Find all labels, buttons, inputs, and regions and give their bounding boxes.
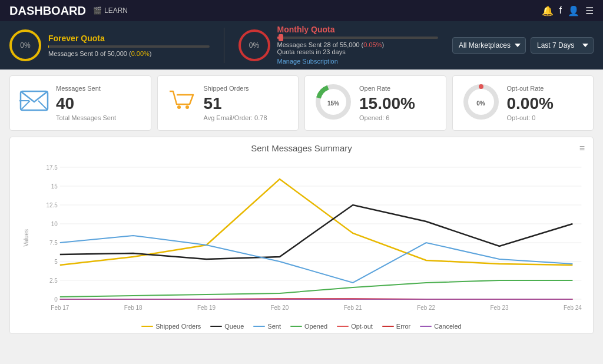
legend-optout: Opt-out xyxy=(337,323,373,330)
open-rate-title: Open Rate xyxy=(359,85,415,92)
svg-text:Feb 20: Feb 20 xyxy=(270,305,289,311)
svg-text:Feb 23: Feb 23 xyxy=(490,305,508,311)
quota-filters: All Marketplaces Amazon US Amazon UK eBa… xyxy=(452,37,594,54)
chart-title: Sent Messages Summary xyxy=(251,143,352,153)
forever-quota-title: Forever Quota xyxy=(48,34,210,43)
chart-area: 0 2.5 5 7.5 10 12.5 15 17.5 Feb 17 Feb 1… xyxy=(37,155,587,320)
messages-sent-sublabel: Total Messages Sent xyxy=(56,114,116,121)
svg-text:17.5: 17.5 xyxy=(46,164,58,171)
legend-label-queue: Queue xyxy=(224,323,244,330)
forever-quota-section: 0% Forever Quota Messages Sent 0 of 50,0… xyxy=(9,29,210,61)
legend-dot-canceled xyxy=(420,326,432,327)
header: DASHBOARD 🎬 LEARN 🔔 f 👤 ☰ xyxy=(0,0,603,21)
messages-sent-number: 40 xyxy=(56,94,116,113)
bell-icon[interactable]: 🔔 xyxy=(542,5,554,16)
svg-line-2 xyxy=(38,101,48,110)
quota-bar: 0% Forever Quota Messages Sent 0 of 50,0… xyxy=(0,21,603,70)
legend-dot-sent xyxy=(253,326,265,327)
queue-line xyxy=(60,205,573,259)
video-icon: 🎬 xyxy=(93,6,102,15)
manage-subscription-link[interactable]: Manage Subscription xyxy=(277,58,338,65)
svg-text:2.5: 2.5 xyxy=(49,277,58,284)
messages-sent-card: Messages Sent 40 Total Messages Sent xyxy=(9,75,151,131)
forever-quota-bar xyxy=(48,45,210,48)
optout-rate-donut-label: 0% xyxy=(476,100,485,107)
optout-rate-number: 0.00% xyxy=(507,94,554,113)
svg-point-11 xyxy=(479,84,483,89)
svg-text:Feb 18: Feb 18 xyxy=(124,305,142,311)
svg-text:5: 5 xyxy=(54,259,58,265)
chart-header: Sent Messages Summary ≡ xyxy=(16,143,587,153)
chart-menu-icon[interactable]: ≡ xyxy=(579,143,585,154)
optout-rate-card: 0% Opt-out Rate 0.00% Opt-out: 0 xyxy=(452,75,594,131)
monthly-quota-resets: Quota resets in 23 days xyxy=(277,48,439,55)
chart-legend: Shipped Orders Queue Sent Opened Opt-out… xyxy=(16,323,587,330)
days-filter[interactable]: Last 7 Days Last 14 Days Last 30 Days xyxy=(531,37,594,54)
optout-rate-info: Opt-out Rate 0.00% Opt-out: 0 xyxy=(507,85,554,121)
legend-label-opened: Opened xyxy=(304,323,327,330)
optout-rate-donut: 0% xyxy=(462,83,500,123)
legend-shipped-orders: Shipped Orders xyxy=(141,323,201,330)
user-icon[interactable]: 👤 xyxy=(568,5,579,16)
chart-section: Sent Messages Summary ≡ Values 0 2.5 5 7 xyxy=(9,137,594,334)
open-rate-card: 15% Open Rate 15.00% Opened: 6 xyxy=(304,75,446,131)
legend-label-optout: Opt-out xyxy=(351,323,373,330)
svg-text:12.5: 12.5 xyxy=(46,202,58,209)
legend-dot-optout xyxy=(337,326,349,327)
legend-opened: Opened xyxy=(290,323,327,330)
optout-rate-title: Opt-out Rate xyxy=(507,85,554,92)
open-rate-sublabel: Opened: 6 xyxy=(359,114,415,121)
svg-point-5 xyxy=(177,105,181,109)
svg-text:Feb 22: Feb 22 xyxy=(417,305,435,311)
opened-line xyxy=(60,280,573,297)
open-rate-info: Open Rate 15.00% Opened: 6 xyxy=(359,85,415,121)
monthly-quota-bar xyxy=(277,37,439,39)
monthly-quota-info: Monthly Quota Messages Sent 28 of 55,000… xyxy=(277,25,439,66)
mail-icon xyxy=(19,90,49,117)
chart-svg: 0 2.5 5 7.5 10 12.5 15 17.5 Feb 17 Feb 1… xyxy=(37,155,587,320)
messages-sent-title: Messages Sent xyxy=(56,85,116,92)
marketplace-filter[interactable]: All Marketplaces Amazon US Amazon UK eBa… xyxy=(452,37,526,54)
legend-label-sent: Sent xyxy=(267,323,281,330)
forever-quota-percent: 0% xyxy=(20,41,30,49)
messages-sent-info: Messages Sent 40 Total Messages Sent xyxy=(56,85,116,121)
shipped-orders-number: 51 xyxy=(204,94,267,113)
legend-canceled: Canceled xyxy=(420,323,461,330)
svg-text:Feb 24: Feb 24 xyxy=(564,305,582,311)
shipped-orders-sublabel: Avg Email/Order: 0.78 xyxy=(204,114,267,121)
header-icons: 🔔 f 👤 ☰ xyxy=(542,5,594,16)
dashboard-title: DASHBOARD xyxy=(9,4,86,18)
forever-quota-fill xyxy=(48,45,49,48)
legend-queue: Queue xyxy=(210,323,244,330)
legend-sent: Sent xyxy=(253,323,281,330)
legend-error: Error xyxy=(382,323,410,330)
legend-dot-error xyxy=(382,326,394,327)
shipped-orders-card: Shipped Orders 51 Avg Email/Order: 0.78 xyxy=(157,75,299,131)
facebook-icon[interactable]: f xyxy=(559,5,562,16)
menu-icon[interactable]: ☰ xyxy=(585,5,594,16)
shipped-orders-line xyxy=(60,179,573,265)
svg-text:7.5: 7.5 xyxy=(49,240,58,246)
cart-icon xyxy=(167,88,197,119)
monthly-quota-title: Monthly Quota xyxy=(277,25,439,34)
legend-label-shipped: Shipped Orders xyxy=(155,323,201,330)
svg-text:10: 10 xyxy=(51,221,58,227)
monthly-quota-text: Messages Sent 28 of 55,000 (0.05%) xyxy=(277,41,439,48)
legend-dot-shipped xyxy=(141,326,153,327)
open-rate-donut: 15% xyxy=(314,83,352,123)
svg-point-6 xyxy=(185,105,189,109)
open-rate-donut-label: 15% xyxy=(327,100,339,107)
forever-quota-info: Forever Quota Messages Sent 0 of 50,000 … xyxy=(48,34,210,57)
svg-line-1 xyxy=(21,101,30,110)
monthly-quota-section: 0% Monthly Quota Messages Sent 28 of 55,… xyxy=(238,25,439,66)
forever-quota-circle: 0% xyxy=(9,29,41,61)
legend-dot-queue xyxy=(210,326,222,327)
monthly-quota-circle: 0% xyxy=(238,29,270,61)
learn-link[interactable]: 🎬 LEARN xyxy=(93,6,128,15)
open-rate-number: 15.00% xyxy=(359,94,415,113)
svg-text:15: 15 xyxy=(51,183,58,190)
svg-text:Feb 17: Feb 17 xyxy=(51,305,69,311)
svg-text:Feb 19: Feb 19 xyxy=(197,305,216,311)
svg-text:Feb 21: Feb 21 xyxy=(344,305,362,311)
legend-label-canceled: Canceled xyxy=(434,323,461,330)
